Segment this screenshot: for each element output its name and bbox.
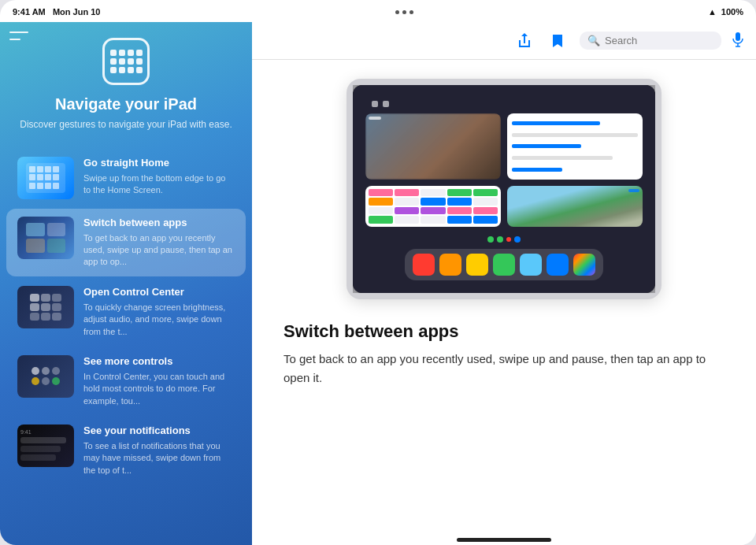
switcher-card-2 (507, 113, 643, 180)
status-right: ▲ 100% (708, 7, 743, 17)
right-panel: 🔍 (252, 22, 756, 545)
sidebar-item-desc-switch-apps: To get back to an app you recently used,… (83, 232, 235, 269)
sidebar-item-title-notifications: See your notifications (83, 425, 235, 438)
switcher-card-grid (365, 113, 643, 227)
dock-icon-7 (573, 254, 595, 276)
wifi-icon: ▲ (708, 7, 717, 17)
sidebar-item-desc-go-home: Swipe up from the bottom edge to go to t… (83, 172, 235, 197)
sidebar-item-more-controls[interactable]: See more controls In Control Center, you… (6, 347, 246, 415)
sidebar: Navigate your iPad Discover gestures to … (0, 22, 252, 545)
mic-button[interactable] (732, 32, 743, 50)
sidebar-item-notifications[interactable]: 9:41 See your notifications To see a lis… (6, 417, 246, 484)
status-bar: 9:41 AM Mon Jun 10 ▲ 100% (0, 0, 756, 22)
ipad-frame (346, 79, 662, 299)
ipad-illustration (284, 79, 724, 299)
switcher-dot-indicators (487, 236, 521, 243)
switcher-card-4 (507, 186, 643, 228)
sidebar-thumb-notifications: 9:41 (17, 425, 74, 467)
dock-icon-1 (413, 254, 435, 276)
home-bar (457, 538, 551, 542)
sidebar-list: Go straight Home Swipe up from the botto… (0, 144, 252, 545)
content-area: Switch between apps To get back to an ap… (252, 60, 756, 533)
dock-icon-3 (466, 254, 488, 276)
sidebar-item-control-center[interactable]: Open Control Center To quickly change sc… (6, 278, 246, 346)
ipad-dock (405, 249, 603, 280)
sidebar-item-text-more-controls: See more controls In Control Center, you… (83, 355, 235, 407)
dock-icon-6 (547, 254, 569, 276)
home-indicator (252, 533, 756, 545)
sidebar-header: Navigate your iPad Discover gestures to … (0, 22, 252, 144)
switcher-card-1 (365, 113, 501, 180)
sidebar-subtitle: Discover gestures to navigate your iPad … (20, 118, 232, 132)
sidebar-item-title-more-controls: See more controls (83, 355, 235, 369)
dock-icon-2 (439, 254, 461, 276)
sidebar-item-desc-more-controls: In Control Center, you can touch and hol… (83, 371, 235, 407)
share-button[interactable] (513, 30, 536, 52)
ipad-screen (353, 85, 655, 293)
status-center-dots (395, 10, 413, 14)
search-icon: 🔍 (587, 35, 600, 46)
sidebar-toggle-button[interactable] (9, 28, 28, 43)
content-title: Switch between apps (284, 321, 724, 342)
bookmark-button[interactable] (547, 30, 569, 52)
date-display: Mon Jun 10 (53, 7, 101, 17)
battery-display: 100% (721, 7, 743, 17)
sidebar-thumb-control-center (17, 286, 74, 328)
search-input[interactable] (605, 35, 737, 46)
sidebar-item-title-go-home: Go straight Home (83, 157, 235, 170)
main-layout: Navigate your iPad Discover gestures to … (0, 22, 756, 545)
svg-rect-0 (736, 32, 740, 41)
time-display: 9:41 AM (13, 7, 46, 17)
grid-dots-icon (110, 50, 143, 73)
sidebar-item-desc-control-center: To quickly change screen brightness, adj… (83, 302, 235, 338)
search-bar: 🔍 (580, 32, 721, 50)
sidebar-item-switch-apps[interactable]: Switch between apps To get back to an ap… (6, 209, 246, 276)
sidebar-item-desc-notifications: To see a list of notifications that you … (83, 440, 235, 476)
sidebar-thumb-switch-apps (17, 217, 74, 259)
sidebar-item-text-control-center: Open Control Center To quickly change sc… (83, 286, 235, 338)
switcher-card-3 (365, 186, 501, 228)
sidebar-thumb-go-home (17, 157, 74, 199)
sidebar-item-text-notifications: See your notifications To see a list of … (83, 425, 235, 476)
sidebar-item-text-switch-apps: Switch between apps To get back to an ap… (83, 217, 235, 269)
sidebar-toggle-icon (9, 28, 28, 43)
sidebar-item-go-home[interactable]: Go straight Home Swipe up from the botto… (6, 149, 246, 207)
sidebar-header-icon (102, 38, 150, 85)
sidebar-title: Navigate your iPad (55, 95, 197, 113)
toolbar: 🔍 (252, 22, 756, 60)
app-switcher (353, 85, 655, 293)
device-frame: 9:41 AM Mon Jun 10 ▲ 100% (0, 0, 756, 545)
content-desc: To get back to an app you recently used,… (284, 350, 724, 387)
sidebar-item-title-control-center: Open Control Center (83, 286, 235, 299)
sidebar-item-title-switch-apps: Switch between apps (83, 217, 235, 230)
status-time: 9:41 AM Mon Jun 10 (13, 7, 100, 17)
dock-icon-4 (493, 254, 515, 276)
sidebar-thumb-more-controls (17, 355, 74, 398)
sidebar-item-text-go-home: Go straight Home Swipe up from the botto… (83, 157, 235, 197)
dock-icon-5 (520, 254, 542, 276)
